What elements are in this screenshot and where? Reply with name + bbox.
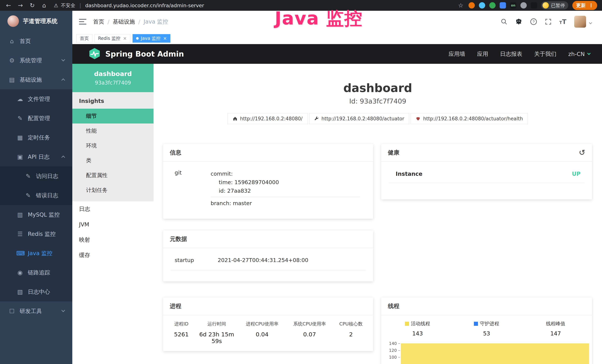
extension-icon-1[interactable] [469,2,475,9]
close-icon[interactable]: × [123,36,127,41]
card-title: 进程 [170,302,181,310]
chevron-down-icon [61,308,65,312]
history-icon[interactable]: ↺ [579,149,585,157]
status-badge: UP [572,171,580,177]
sba-item-classes[interactable]: 类 [72,153,153,168]
col-value: 5261 [167,331,195,338]
process-col-system-cpu: 系统CPU使用率 0.07 [286,321,333,344]
sba-item-logs[interactable]: 日志 [72,201,153,217]
sba-nav-wallboard[interactable]: 应用墙 [449,50,465,58]
tab-home[interactable]: 首页 [76,34,92,43]
sidebar-item-system-management[interactable]: ⚙ 系统管理 [0,51,72,70]
row-divider [211,197,360,197]
breadcrumb-infrastructure[interactable]: 基础设施 [113,18,135,26]
sba-item-mappings[interactable]: 映射 [72,232,153,247]
tab-redis-monitor[interactable]: Redis 监控 × [95,34,130,43]
tick-mark [398,350,400,351]
sba-item-environment[interactable]: 环境 [72,138,153,153]
extension-icon-5[interactable] [520,2,527,9]
sba-item-config-props[interactable]: 配置属性 [72,168,153,183]
sidebar-item-error-logs[interactable]: ✎ 错误日志 [0,186,72,205]
extension-icon-3[interactable] [489,2,495,9]
sba-brand[interactable]: Spring Boot Admin [89,48,184,60]
sidebar-item-api-logs[interactable]: ▣ API 日志 [0,147,72,167]
reload-icon[interactable]: ↻ [29,2,36,9]
sidebar-item-access-logs[interactable]: ✎ 访问日志 [0,167,72,186]
forward-icon[interactable]: → [17,2,24,9]
language-selector[interactable]: zh-CN [568,51,590,57]
sidebar-item-dev-tools[interactable]: ☐ 研发工具 [0,301,72,321]
github-icon[interactable] [515,18,522,25]
sidebar-item-java-monitor[interactable]: ⌨ Java 监控 [0,244,72,263]
edit-icon: ✎ [16,115,24,122]
url-text[interactable]: dashboard.yudao.iocoder.cn/infra/admin-s… [85,3,204,8]
legend-label: 线程峰值 [546,321,565,327]
fullscreen-icon[interactable] [545,18,552,25]
card-title: 健康 [388,149,399,157]
help-icon[interactable]: ? [530,18,537,25]
metadata-value: 2021-04-27T00:44:31.254+08:00 [218,257,308,263]
sidebar-item-log-center[interactable]: ▧ 日志中心 [0,282,72,301]
col-header: 系统CPU使用率 [286,321,333,327]
sba-nav-applications[interactable]: 应用 [477,50,488,58]
service-url-button[interactable]: http://192.168.0.2:48080/ [228,113,308,124]
close-icon[interactable]: × [163,36,167,41]
update-label: 更新 [576,2,586,9]
search-icon[interactable] [501,18,507,25]
git-commit-id: id: 27aa832 [211,187,365,195]
back-icon[interactable]: ← [5,2,12,9]
sidebar-item-label: Java 监控 [28,250,53,257]
sidebar-item-tracing[interactable]: ◉ 链路追踪 [0,263,72,282]
breadcrumb-home[interactable]: 首页 [93,18,104,26]
browser-chrome: ← → ↻ ⌂ ⚠ 不安全 | dashboard.yudao.iocoder.… [0,0,602,11]
sidebar-item-label: 配置管理 [28,115,50,122]
health-row: Instance UP [389,171,585,183]
extension-icon-4[interactable] [500,2,506,9]
git-commit-label: commit: [211,170,365,178]
extension-icon-6[interactable] [531,2,537,9]
sidebar-item-file-management[interactable]: ☁ 文件管理 [0,89,72,109]
tab-java-monitor[interactable]: Java 监控 × [133,34,170,43]
sidebar-item-scheduled-tasks[interactable]: ▦ 定时任务 [0,128,72,147]
extension-icon-on[interactable]: on [510,2,516,9]
sba-item-jvm[interactable]: JVM [72,217,153,232]
health-card: 健康 ↺ Instance UP [381,144,592,200]
col-header: CPU核心数 [333,321,369,327]
menu-dots-icon[interactable]: ⋮ [589,3,593,8]
legend-label: 活动线程 [411,321,430,327]
user-avatar[interactable] [574,16,586,28]
browser-update-button[interactable]: 更新 ⋮ [572,1,597,10]
sba-nav-about[interactable]: 关于我们 [534,50,556,58]
sidebar-item-redis-monitor[interactable]: ☰ Redis 监控 [0,224,72,244]
live-threads-area [401,343,589,364]
sidebar-item-mysql-monitor[interactable]: ▥ MySQL 监控 [0,205,72,224]
sba-nav-journal[interactable]: 日志报表 [500,50,522,58]
sba-item-performance[interactable]: 性能 [72,124,153,138]
health-url-button[interactable]: http://192.168.0.2:48080/actuator/health [411,113,528,124]
database-icon: ▥ [16,211,24,218]
sba-item-caches[interactable]: 缓存 [72,247,153,263]
sidebar-item-label: MySQL 监控 [28,211,60,219]
chevron-down-icon[interactable] [589,21,592,24]
security-label[interactable]: 不安全 [61,2,75,9]
address-bar[interactable]: ⚠ 不安全 | dashboard.yudao.iocoder.cn/infra… [54,2,204,9]
home-icon[interactable]: ⌂ [40,2,48,9]
language-label: zh-CN [568,51,585,57]
sba-item-details[interactable]: 细节 [72,109,153,124]
sidebar-item-home[interactable]: ⌂ 首页 [0,32,72,51]
instance-header[interactable]: dashboard 93a3fc7f7409 [72,64,153,92]
sidebar-item-config-management[interactable]: ✎ 配置管理 [0,109,72,128]
warning-icon: ⚠ [54,3,58,8]
wrench-icon [314,116,319,121]
font-size-icon[interactable]: TT [559,18,566,25]
profile-paused-badge[interactable]: 已暂停 [541,1,568,10]
hamburger-icon[interactable] [79,19,86,24]
sba-item-scheduled-tasks[interactable]: 计划任务 [72,183,153,198]
extension-icon-2[interactable] [479,2,485,9]
app-logo: 芋道管理系统 [0,11,72,32]
bookmark-star-icon[interactable]: ☆ [457,2,464,9]
sidebar-item-infrastructure[interactable]: ▤ 基础设施 [0,70,72,89]
page-title: dashboard [153,81,602,95]
stack-icon: ☰ [16,230,24,237]
actuator-url-button[interactable]: http://192.168.0.2:48080/actuator [309,113,409,124]
